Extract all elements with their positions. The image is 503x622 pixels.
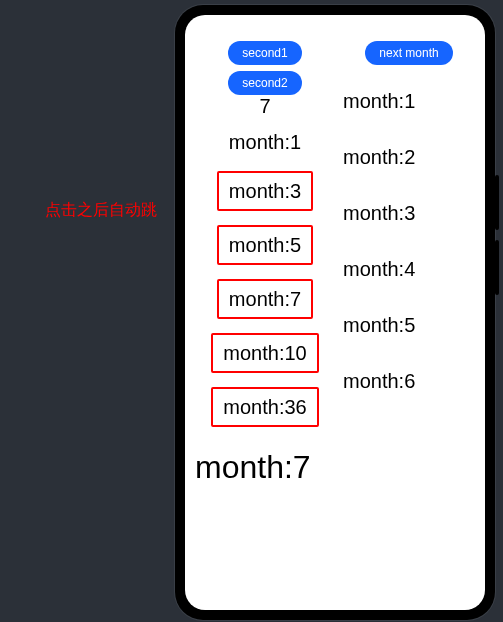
- app-content: second1 second2 7 month:1 month:3 month:…: [185, 37, 485, 610]
- left-button-group: second1 second2: [228, 41, 301, 97]
- list-item[interactable]: month:2: [343, 141, 423, 173]
- phone-screen: second1 second2 7 month:1 month:3 month:…: [185, 15, 485, 610]
- list-item[interactable]: month:7: [217, 279, 313, 319]
- right-column: next month month:1 month:2 month:3 month…: [335, 41, 475, 600]
- list-item[interactable]: month:5: [217, 225, 313, 265]
- phone-frame: second1 second2 7 month:1 month:3 month:…: [175, 5, 495, 620]
- list-item[interactable]: month:36: [211, 387, 318, 427]
- volume-down-button[interactable]: [495, 240, 499, 295]
- list-item[interactable]: month:5: [343, 309, 423, 341]
- list-item[interactable]: month:1: [343, 85, 423, 117]
- volume-up-button[interactable]: [495, 175, 499, 230]
- second2-button[interactable]: second2: [228, 71, 301, 95]
- list-item[interactable]: month:3: [217, 171, 313, 211]
- second1-button[interactable]: second1: [228, 41, 301, 65]
- next-month-button[interactable]: next month: [365, 41, 452, 65]
- selected-month-large: month:7: [195, 444, 319, 490]
- list-item[interactable]: month:6: [343, 365, 423, 397]
- left-column: second1 second2 7 month:1 month:3 month:…: [195, 41, 335, 600]
- list-item[interactable]: month:1: [221, 126, 309, 158]
- list-item[interactable]: month:3: [343, 197, 423, 229]
- list-item[interactable]: month:4: [343, 253, 423, 285]
- list-item[interactable]: month:10: [211, 333, 318, 373]
- header-number: 7: [195, 95, 335, 118]
- external-annotation: 点击之后自动跳: [45, 200, 157, 221]
